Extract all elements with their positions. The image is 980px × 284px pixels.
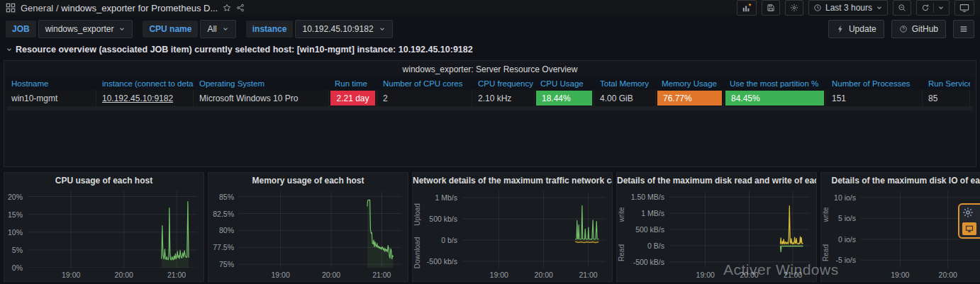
chart-plot[interactable] bbox=[669, 191, 810, 268]
chart-plot[interactable] bbox=[28, 191, 197, 268]
x-axis-tick-label: 19:00 bbox=[59, 271, 83, 279]
variables-container: JOBwindows_exporterCPU nameAllinstance10… bbox=[6, 20, 393, 38]
update-button[interactable]: Update bbox=[828, 20, 884, 38]
menu-icon bbox=[959, 24, 969, 34]
x-axis-tick-label: 20:00 bbox=[936, 271, 960, 279]
x-axis-tick-label: 20:00 bbox=[532, 271, 556, 279]
clock-icon bbox=[813, 4, 822, 12]
cycle-view-button[interactable] bbox=[954, 0, 974, 16]
chart-title[interactable]: Network details of the maximum traffic n… bbox=[413, 173, 612, 188]
chart-panel-1: CPU usage of each host0%5%10%15%20%19:00… bbox=[4, 172, 204, 282]
top-nav: General / windows_exporter for Prometheu… bbox=[0, 0, 980, 15]
column-header-run-service[interactable]: Run Service bbox=[923, 79, 970, 88]
cell-value: 151 bbox=[832, 93, 846, 103]
y-axis-tick-label: 77.5% bbox=[208, 243, 234, 251]
chart-panel-2: Memory usage of each host75%77.5%80%82.5… bbox=[208, 172, 408, 282]
dashboard-title[interactable]: windows_exporter for Prometheus D... bbox=[61, 3, 218, 13]
time-range-picker[interactable]: Last 3 hours bbox=[808, 0, 888, 16]
table-panel-title[interactable]: windows_exporter: Server Resource Overvi… bbox=[4, 61, 976, 76]
column-header-run-time[interactable]: Run time bbox=[329, 79, 377, 88]
y-axis-tick-label: -500 kb/s bbox=[422, 257, 457, 266]
variable-value-dropdown-job[interactable]: windows_exporter bbox=[38, 20, 133, 38]
breadcrumb-folder[interactable]: General bbox=[21, 3, 53, 13]
chart-title[interactable]: Details of the maximum disk read and wri… bbox=[617, 173, 816, 188]
chart-panel-3: Network details of the maximum traffic n… bbox=[412, 172, 613, 282]
y-axis-tick-label: 1 MB/s bbox=[626, 209, 664, 217]
column-header-use-the-most-partition-[interactable]: Use the most partition % bbox=[724, 79, 826, 88]
variable-label-instance: instance bbox=[246, 21, 294, 38]
y-axis-tick-label: 500 kB/s bbox=[626, 225, 664, 234]
variable-value-dropdown-instance[interactable]: 10.192.45.10:9182 bbox=[295, 20, 392, 38]
table-cell-memory-usage: 76.77% bbox=[656, 90, 724, 106]
chart-body: writeRead-5 io/s0 io/s5 io/s10 io/s19:00… bbox=[821, 188, 980, 280]
x-axis-tick-label: 20:00 bbox=[112, 271, 136, 279]
cell-value: 2.10 kHz bbox=[478, 93, 511, 103]
x-axis-tick-label: 21:00 bbox=[369, 271, 394, 279]
side-overlay-widget[interactable] bbox=[958, 203, 980, 239]
instance-link[interactable]: 10.192.45.10:9182 bbox=[102, 93, 173, 103]
chevron-down-icon bbox=[222, 25, 229, 33]
y-axis-tick-label: 5 io/s bbox=[830, 214, 856, 222]
y-axis-tick-label: -5 io/s bbox=[830, 256, 856, 264]
refresh-button[interactable] bbox=[916, 0, 950, 16]
y-axis-tick-label: 75% bbox=[208, 260, 234, 268]
chart-plot[interactable] bbox=[462, 191, 606, 268]
table-cell-instance-connect-to-details-[interactable]: 10.192.45.10:9182 bbox=[96, 90, 194, 106]
variables-toolbar: JOBwindows_exporterCPU nameAllinstance10… bbox=[0, 20, 980, 38]
chart-panel-4: Details of the maximum disk read and wri… bbox=[616, 172, 817, 282]
chart-title[interactable]: Details of the maximum disk IO of each h… bbox=[821, 173, 980, 188]
monitor-slot[interactable] bbox=[962, 222, 976, 235]
chart-panel-5: Details of the maximum disk IO of each h… bbox=[820, 172, 980, 282]
table-cell-operating-system: Microsoft Windows 10 Pro bbox=[194, 90, 329, 106]
column-header-number-of-processes[interactable]: Number of Processes bbox=[826, 79, 923, 88]
y-axis-tick-label: 10% bbox=[4, 228, 23, 237]
share-icon[interactable] bbox=[236, 4, 245, 12]
add-panel-icon bbox=[742, 3, 752, 13]
add-panel-button[interactable] bbox=[737, 0, 757, 16]
y-axis-tick-label: 82.5% bbox=[208, 210, 234, 218]
table-cell-run-service: 85 bbox=[923, 90, 970, 106]
table-cell-use-the-most-partition-: 84.45% bbox=[724, 90, 826, 106]
zoom-out-time-button[interactable] bbox=[893, 0, 911, 16]
x-axis-tick-label: 20:00 bbox=[737, 271, 761, 279]
breadcrumb[interactable]: General / windows_exporter for Prometheu… bbox=[21, 3, 218, 13]
star-icon[interactable] bbox=[223, 4, 231, 12]
column-header-hostname[interactable]: Hostname bbox=[6, 79, 96, 88]
cell-value: win10-mgmt bbox=[11, 93, 57, 103]
cell-value-badge: 84.45% bbox=[725, 91, 824, 106]
column-header-cpu-frequency[interactable]: CPU frequency bbox=[472, 79, 535, 88]
chart-title[interactable]: Memory usage of each host bbox=[208, 173, 408, 188]
column-header-cpu-usage[interactable]: CPU Usage bbox=[535, 79, 594, 88]
x-axis-tick-label: 21:00 bbox=[165, 271, 189, 279]
variable-label-job: JOB bbox=[6, 21, 36, 38]
column-header-memory-usage[interactable]: Memory Usage bbox=[656, 79, 724, 88]
table-cell-total-memory: 4.00 GiB bbox=[594, 90, 656, 106]
dashboard-settings-button[interactable] bbox=[785, 0, 803, 16]
github-button-label: GitHub bbox=[912, 24, 938, 34]
save-dashboard-button[interactable] bbox=[762, 0, 780, 16]
refresh-icon bbox=[921, 4, 930, 12]
y-axis-tick-label: 0 B/s bbox=[626, 242, 664, 250]
dashboard-row-header[interactable]: Resource overview (associated JOB item) … bbox=[0, 44, 980, 55]
x-axis-tick-label: 20:00 bbox=[319, 271, 343, 279]
breadcrumb-separator: / bbox=[56, 3, 59, 13]
row-title[interactable]: Resource overview (associated JOB item) … bbox=[16, 45, 473, 55]
menu-button[interactable] bbox=[953, 20, 974, 38]
y-axis-tick-label: 0% bbox=[4, 263, 23, 272]
column-header-operating-system[interactable]: Operating System bbox=[194, 79, 329, 88]
chevron-down-icon bbox=[937, 4, 945, 11]
column-header-instance-connect-to-details-[interactable]: instance (connect to details) bbox=[96, 79, 194, 88]
chart-body: 0%5%10%15%20%19:0020:0021:00 bbox=[4, 188, 204, 280]
variable-label-cpu-name: CPU name bbox=[143, 21, 198, 38]
button-divider bbox=[933, 3, 934, 13]
chart-title[interactable]: CPU usage of each host bbox=[4, 173, 204, 188]
column-header-number-of-cpu-cores[interactable]: Number of CPU cores bbox=[377, 79, 472, 88]
variable-value-dropdown-cpu-name[interactable]: All bbox=[200, 20, 235, 38]
variable-instance: instance10.192.45.10:9182 bbox=[246, 20, 393, 38]
x-axis-tick-label: 21:00 bbox=[781, 271, 805, 279]
chart-plot[interactable] bbox=[239, 191, 401, 268]
x-axis-tick-label: 21:00 bbox=[577, 271, 601, 279]
gear-icon[interactable] bbox=[962, 207, 974, 218]
github-button[interactable]: GitHub bbox=[891, 20, 946, 38]
column-header-total-memory[interactable]: Total Memory bbox=[594, 79, 656, 88]
